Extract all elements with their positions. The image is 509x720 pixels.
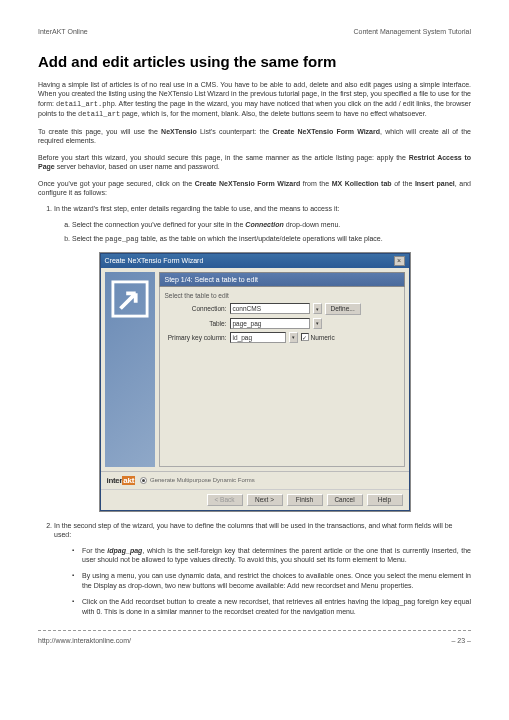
- intro-p4: Once you've got your page secured, click…: [38, 179, 471, 198]
- step-2: In the second step of the wizard, you ha…: [54, 521, 471, 617]
- wizard-step-header: Step 1/4: Select a table to edit: [159, 272, 405, 287]
- page-title: Add and edit articles using the same for…: [38, 53, 471, 70]
- define-button[interactable]: Define...: [325, 303, 361, 315]
- cancel-button[interactable]: Cancel: [327, 494, 363, 506]
- header-right: Content Management System Tutorial: [353, 28, 471, 35]
- wizard-title: Create NeXTensio Form Wizard: [105, 257, 204, 264]
- footer-url: http://www.interaktonline.com/: [38, 637, 131, 644]
- pk-label: Primary key column:: [165, 334, 227, 341]
- connection-label: Connection:: [165, 305, 227, 312]
- intro-p1: Having a simple list of articles is of n…: [38, 80, 471, 120]
- numeric-label: Numeric: [311, 334, 335, 341]
- pk-select[interactable]: id_pag: [230, 332, 286, 343]
- step-1: In the wizard's first step, enter detail…: [54, 204, 471, 244]
- bullet-2: By using a menu, you can use dynamic dat…: [72, 571, 471, 590]
- header-left: InterAKT Online: [38, 28, 88, 35]
- back-button: < Back: [207, 494, 243, 506]
- footer-page: – 23 –: [452, 637, 471, 644]
- finish-button[interactable]: Finish: [287, 494, 323, 506]
- intro-p3: Before you start this wizard, you should…: [38, 153, 471, 172]
- bullet-3: Click on the Add recordset button to cre…: [72, 597, 471, 616]
- chevron-down-icon[interactable]: ▾: [313, 303, 322, 314]
- step-1a: Select the connection you've defined for…: [72, 220, 471, 229]
- chevron-down-icon[interactable]: ▾: [289, 332, 298, 343]
- close-icon[interactable]: ×: [394, 256, 405, 266]
- bullet-1: For the idpag_pag, which is the self-for…: [72, 546, 471, 565]
- connection-select[interactable]: connCMS: [230, 303, 310, 314]
- wizard-dialog: Create NeXTensio Form Wizard × Step 1/4:…: [100, 253, 410, 511]
- generate-label: Generate Multipurpose Dynamic Forms: [150, 477, 255, 483]
- table-label: Table:: [165, 320, 227, 327]
- chevron-down-icon[interactable]: ▾: [313, 318, 322, 329]
- divider: [38, 630, 471, 631]
- interakt-logo: interakt: [107, 476, 136, 485]
- step-1b: Select the page_pag table, as the table …: [72, 234, 471, 244]
- help-button[interactable]: Help: [367, 494, 403, 506]
- numeric-checkbox[interactable]: ✓: [301, 333, 309, 341]
- table-select[interactable]: page_pag: [230, 318, 310, 329]
- next-button[interactable]: Next >: [247, 494, 283, 506]
- wizard-group-label: Select the table to edit: [165, 292, 399, 299]
- intro-p2: To create this page, you will use the Ne…: [38, 127, 471, 146]
- generate-radio[interactable]: [140, 477, 147, 484]
- wizard-sidebar-graphic: [105, 272, 155, 467]
- arrow-icon: [111, 280, 149, 318]
